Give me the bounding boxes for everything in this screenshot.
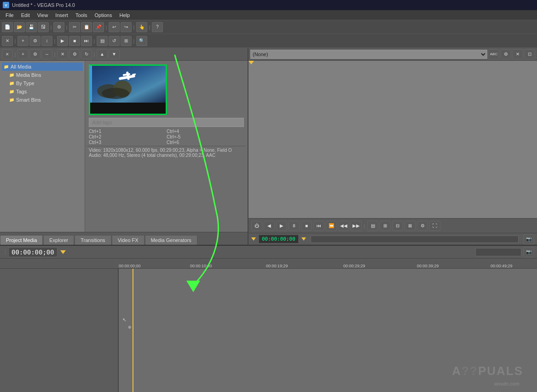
ruler-mark-4: 00:00:39;29 [417, 264, 439, 268]
preview-expand-btn[interactable]: ⊡ [524, 49, 535, 59]
timeline-zoom-bar[interactable] [475, 248, 521, 256]
cut-button[interactable]: ✂ [69, 22, 80, 32]
new-button[interactable]: 📄 [2, 22, 13, 32]
shortcut-ctrl3: Ctrl+3 [89, 140, 166, 145]
tree-tags[interactable]: 📁 Tags [2, 87, 83, 96]
track-end-btn[interactable]: ⊞ [121, 36, 132, 46]
abc-btn[interactable]: ABC [488, 49, 499, 59]
sep-t2-1: | [14, 36, 17, 46]
tab-explorer[interactable]: Explorer [43, 235, 74, 245]
save-as-button[interactable]: 🖫 [38, 22, 49, 32]
go-start-btn[interactable]: ⏮ [313, 221, 324, 231]
media-tree: 📁 All Media 📁 Media Bins 📁 By Type 📁 Tag… [0, 61, 85, 232]
render-button[interactable]: ⚙ [53, 22, 64, 32]
paste-button[interactable]: 📌 [93, 22, 104, 32]
view3-btn[interactable]: ⊟ [392, 221, 403, 231]
menu-bar: File Edit View Insert Tools Options Help [0, 10, 537, 20]
separator2: | [65, 22, 68, 32]
scroll-up-btn[interactable]: ▲ [97, 49, 108, 59]
timeline-header: ⋮ 00:00:00;00 📷 [0, 246, 537, 259]
record-btn[interactable]: 🔍 [136, 36, 147, 46]
refresh-btn[interactable]: ↻ [81, 49, 92, 59]
preview-settings-btn[interactable]: ⚙ [500, 49, 511, 59]
view2-btn[interactable]: ⊞ [380, 221, 391, 231]
snapshot-btn[interactable]: 📷 [523, 234, 534, 244]
tab-video-fx[interactable]: Video FX [112, 235, 144, 245]
play-prev-btn[interactable]: ▶ [276, 221, 287, 231]
copy-button[interactable]: 📋 [81, 22, 92, 32]
add-media-btn[interactable]: + [17, 49, 29, 59]
add-media-toolbar-btn[interactable]: + [17, 36, 29, 46]
end-button[interactable]: ⏭ [81, 36, 92, 46]
menu-view[interactable]: View [34, 12, 52, 19]
pause-btn[interactable]: ⏸ [289, 221, 300, 231]
shortcut-ctrl2: Ctrl+2 [89, 134, 166, 139]
cursor-pointer: ↖ [122, 317, 127, 323]
help-button[interactable]: ? [152, 22, 163, 32]
tags-input[interactable] [89, 118, 244, 127]
track-headers [0, 269, 119, 392]
cursor-mode-btn[interactable]: ↕ [41, 36, 52, 46]
watermark: A??PUALS [452, 364, 523, 378]
audio-info: Audio: 48,000 Hz, Stereo (4 total channe… [89, 153, 244, 158]
properties-btn[interactable]: ⚙ [69, 49, 80, 59]
menu-file[interactable]: File [2, 12, 17, 19]
go-prev-btn[interactable]: ⏪ [326, 221, 337, 231]
menu-help[interactable]: Help [115, 12, 133, 19]
cursor-tools-btn[interactable]: ↔ [41, 49, 52, 59]
crop-btn[interactable]: ⊠ [404, 221, 416, 231]
preview-dropdown[interactable]: (None) [250, 50, 487, 59]
svg-point-3 [102, 88, 129, 99]
record-media-btn[interactable]: ⚙ [29, 49, 40, 59]
menu-insert[interactable]: Insert [52, 12, 72, 19]
shortcut-ctrl4: Ctrl+4 [167, 129, 244, 134]
shortcut-ctrl5: Ctrl+-5 [167, 134, 244, 139]
tree-smart-bins[interactable]: 📁 Smart Bins [2, 96, 83, 104]
preview-timecode-bar: 00:00:00;00 📷 [248, 233, 537, 245]
preview-close-btn[interactable]: ✕ [512, 49, 523, 59]
tree-media-bins[interactable]: 📁 Media Bins [2, 71, 83, 79]
preview-controls: ⏻ ◀ ▶ ⏸ ■ ⏮ ⏪ ◀◀ ▶▶ | ▤ ⊞ ⊟ ⊠ ⚙ ⛶ [248, 218, 537, 233]
fullscreen-btn[interactable]: ⛶ [429, 221, 440, 231]
menu-edit[interactable]: Edit [17, 12, 34, 19]
save-button[interactable]: 💾 [26, 22, 37, 32]
tab-transitions[interactable]: Transitions [75, 235, 111, 245]
tree-by-type[interactable]: 📁 By Type [2, 79, 83, 87]
power-btn[interactable]: ⏻ [251, 221, 262, 231]
stop-button[interactable]: ■ [69, 36, 80, 46]
stop-preview-btn[interactable]: ■ [301, 221, 312, 231]
timeline-settings-btn[interactable]: 📷 [523, 247, 534, 257]
remove-btn[interactable]: ✕ [57, 49, 68, 59]
menu-options[interactable]: Options [91, 12, 116, 19]
slow-rev-btn[interactable]: ◀◀ [338, 221, 349, 231]
ruler-mark-0: 00:00:00;00 [119, 264, 141, 268]
upper-section: ✕ | + ⚙ ↔ | ✕ ⚙ ↻ | ▲ ▼ 📁 All Media [0, 48, 537, 246]
panel-close-btn[interactable]: ✕ [2, 49, 13, 59]
normal-mode-btn[interactable]: ▤ [97, 36, 108, 46]
loop-region-btn[interactable]: ↺ [109, 36, 120, 46]
tab-media-generators[interactable]: Media Generators [145, 235, 197, 245]
touch-button[interactable]: 👆 [136, 22, 147, 32]
undo-button[interactable]: ↩ [109, 22, 120, 32]
scroll-down-btn[interactable]: ▼ [109, 49, 120, 59]
open-button[interactable]: 📂 [14, 22, 25, 32]
lp-sep3: | [93, 49, 96, 59]
play-prev-frame-btn[interactable]: ◀ [264, 221, 275, 231]
play-button[interactable]: ▶ [57, 36, 68, 46]
close-panel-button[interactable]: ✕ [2, 36, 13, 46]
main-area: ✕ | + ⚙ ↔ | ✕ ⚙ ↻ | ▲ ▼ 📁 All Media [0, 48, 537, 392]
media-thumbnail[interactable] [89, 64, 167, 115]
settings-preview-btn[interactable]: ⚙ [417, 221, 428, 231]
tree-all-media[interactable]: 📁 All Media [2, 63, 83, 71]
redo-button[interactable]: ↪ [121, 22, 132, 32]
timeline-playhead [133, 269, 133, 392]
main-toolbar: 📄 📂 💾 🖫 | ⚙ | ✂ 📋 📌 | ↩ ↪ | 👆 | ? [0, 20, 537, 34]
slow-fwd-btn[interactable]: ▶▶ [351, 221, 362, 231]
sep-t2-2: | [53, 36, 56, 46]
tab-project-media[interactable]: Project Media [0, 235, 43, 245]
record-toolbar-btn[interactable]: ⚙ [29, 36, 40, 46]
view1-btn[interactable]: ▤ [367, 221, 378, 231]
timeline-scrubber[interactable] [311, 236, 519, 243]
folder-icon-2: 📁 [8, 72, 15, 78]
menu-tools[interactable]: Tools [72, 12, 91, 19]
